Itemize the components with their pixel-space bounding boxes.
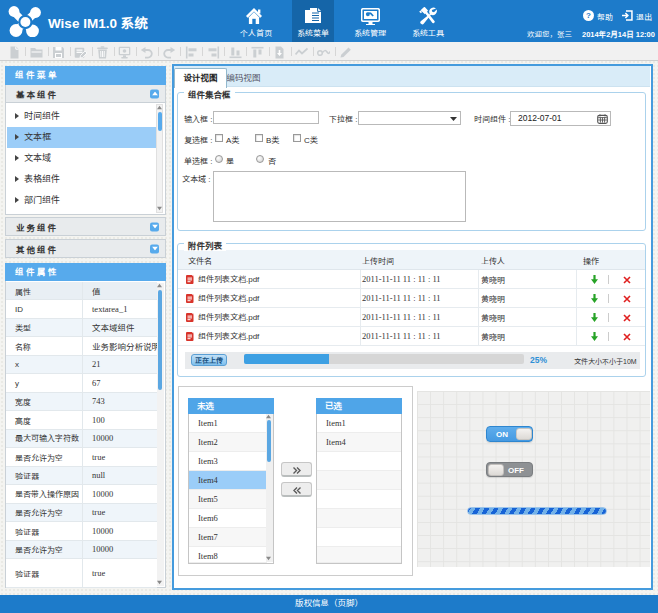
svg-text:?: ? <box>586 11 591 20</box>
